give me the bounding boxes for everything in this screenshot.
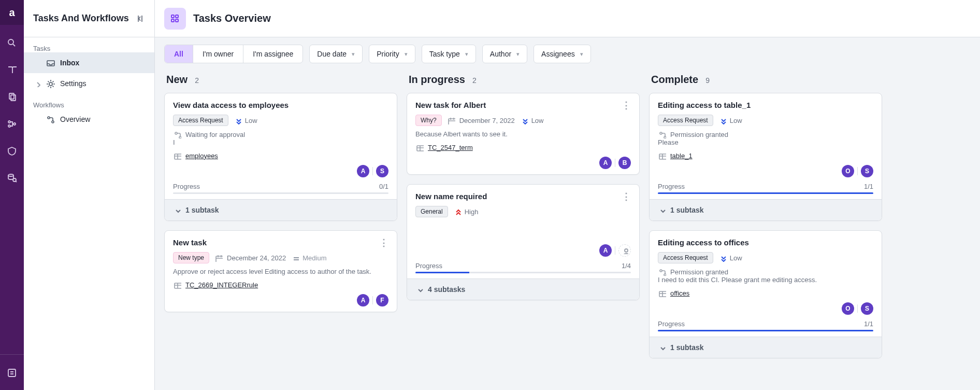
progress-value: 1/4: [622, 262, 631, 270]
table-icon: [173, 281, 181, 289]
seg-owner[interactable]: I'm owner: [193, 45, 243, 63]
sidebar-group-tasks: Tasks: [24, 37, 154, 52]
shield-icon[interactable]: [0, 142, 24, 160]
table-icon: [658, 289, 666, 297]
avatar[interactable]: A: [357, 165, 369, 177]
add-assignee-icon[interactable]: [618, 244, 631, 257]
nav-rail: a: [0, 0, 24, 390]
filter-author[interactable]: Author▾: [482, 45, 527, 63]
task-card[interactable]: New task⋮ New type December 24, 2022 Med…: [164, 230, 397, 312]
chevron-down-icon: ▾: [352, 51, 355, 58]
org-icon[interactable]: [0, 115, 24, 133]
progress-value: 1/1: [864, 320, 873, 328]
page-title: Tasks Overview: [193, 12, 271, 24]
toolbar: All I'm owner I'm assignee Due date▾ Pri…: [155, 37, 980, 71]
task-card[interactable]: New task for Albert⋮ Why? December 7, 20…: [407, 93, 640, 175]
task-card[interactable]: View data access to employees Access Req…: [164, 93, 397, 221]
progress-label: Progress: [658, 320, 685, 328]
filter-priority[interactable]: Priority▾: [369, 45, 415, 63]
task-link[interactable]: employees: [185, 152, 218, 160]
task-title: View data access to employees: [173, 101, 289, 109]
progress-bar: [173, 192, 388, 194]
subtasks-toggle[interactable]: 1 subtask: [650, 337, 882, 358]
table-icon: [658, 151, 666, 160]
progress-value: 0/1: [379, 183, 388, 190]
task-type-chip: Access Request: [658, 252, 713, 263]
priority-medium: Medium: [291, 254, 326, 262]
avatar[interactable]: B: [618, 157, 631, 169]
workflow-icon: [658, 268, 666, 276]
sidebar-item-label: Settings: [60, 79, 87, 88]
subtasks-toggle[interactable]: 4 subtasks: [407, 278, 639, 300]
column-count: 2: [195, 76, 199, 85]
progress-value: 1/1: [864, 183, 873, 190]
calendar-icon: [447, 116, 455, 124]
task-link[interactable]: table_1: [670, 152, 693, 160]
task-title: New name required: [415, 192, 487, 201]
task-card[interactable]: New name required⋮ General High A Progre…: [407, 184, 640, 300]
chevron-down-icon: [173, 206, 181, 214]
collapse-icon[interactable]: [135, 13, 145, 24]
task-title: New task: [173, 238, 207, 247]
grid-icon[interactable]: [164, 8, 186, 30]
task-date: December 7, 2022: [459, 117, 515, 124]
chevron-down-icon: ▾: [465, 51, 468, 58]
list-icon[interactable]: [0, 364, 24, 382]
sidebar-group-workflows: Workflows: [24, 94, 154, 109]
avatar[interactable]: A: [599, 244, 612, 257]
priority-low: Low: [718, 116, 742, 124]
filter-due-date[interactable]: Due date▾: [309, 45, 363, 63]
copy-icon[interactable]: [0, 88, 24, 106]
subtasks-toggle[interactable]: 1 subtask: [165, 199, 397, 220]
task-title: Editing access to table_1: [658, 101, 751, 109]
task-type-chip: Access Request: [658, 115, 713, 126]
task-link[interactable]: TC_2547_term: [428, 144, 473, 151]
more-icon[interactable]: ⋮: [379, 240, 388, 245]
app-logo[interactable]: a: [0, 0, 24, 25]
priority-low: Low: [718, 254, 742, 262]
seg-all[interactable]: All: [165, 45, 193, 63]
task-card[interactable]: Editing access to offices Access Request…: [649, 230, 882, 358]
subtasks-toggle[interactable]: 1 subtask: [650, 199, 882, 220]
avatar[interactable]: A: [357, 294, 369, 307]
chevron-down-icon: ▾: [516, 51, 520, 58]
avatar[interactable]: S: [376, 165, 388, 177]
task-description: I: [173, 138, 388, 146]
workflow-icon: [173, 130, 181, 138]
avatar[interactable]: S: [861, 165, 873, 177]
task-description: Please: [658, 138, 873, 146]
progress-bar: [658, 330, 873, 331]
avatar[interactable]: O: [842, 302, 854, 315]
progress-label: Progress: [415, 262, 442, 270]
db-search-icon[interactable]: [0, 169, 24, 187]
task-card[interactable]: Editing access to table_1 Access Request…: [649, 93, 882, 221]
sidebar-item-overview[interactable]: Overview: [24, 109, 154, 130]
column-title: Complete: [651, 74, 698, 86]
progress-bar: [415, 272, 631, 273]
table-icon: [415, 143, 424, 151]
avatar[interactable]: A: [599, 157, 612, 169]
workflow-icon: [658, 130, 666, 138]
task-description: Because Albert wants to see it.: [415, 130, 631, 138]
chevron-down-icon: [658, 206, 666, 214]
avatar[interactable]: O: [842, 165, 854, 177]
sidebar-item-inbox[interactable]: Inbox: [24, 52, 154, 73]
sidebar-item-settings[interactable]: Settings: [24, 73, 154, 94]
scope-segmented: All I'm owner I'm assignee: [164, 45, 303, 63]
task-link[interactable]: TC_2669_INTEGERrule: [185, 281, 258, 289]
task-description: Approve or reject access level Editing a…: [173, 268, 388, 275]
seg-assignee[interactable]: I'm assignee: [243, 45, 302, 63]
more-icon[interactable]: ⋮: [622, 103, 631, 108]
column-complete: Complete9 Editing access to table_1 Acce…: [649, 71, 882, 390]
search-icon[interactable]: [0, 34, 24, 52]
filter-assignees[interactable]: Assignees▾: [534, 45, 591, 63]
filter-task-type[interactable]: Task type▾: [422, 45, 476, 63]
task-link[interactable]: offices: [670, 289, 689, 297]
task-type-chip: Access Request: [173, 115, 228, 126]
book-icon[interactable]: [0, 61, 24, 79]
column-title: In progress: [409, 74, 465, 86]
more-icon[interactable]: ⋮: [622, 194, 631, 199]
avatar[interactable]: S: [861, 302, 873, 315]
avatar[interactable]: F: [376, 294, 388, 307]
chevron-down-icon: [658, 343, 666, 352]
